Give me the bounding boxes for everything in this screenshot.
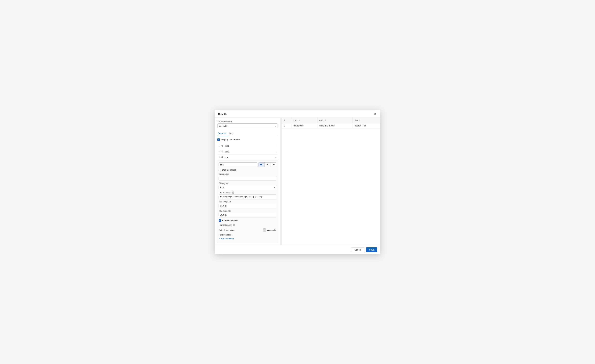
viz-type-label: Visualization type xyxy=(217,120,278,122)
drag-handle-link: ⠿ xyxy=(218,156,220,159)
title-template-label: Title template xyxy=(219,210,276,212)
color-swatch-box xyxy=(263,228,266,232)
results-modal: Results × Visualization type xyxy=(215,110,380,254)
col1-chevron-icon: › xyxy=(276,145,276,147)
tab-columns[interactable]: Columns xyxy=(217,131,229,136)
cell-link[interactable]: search_link xyxy=(353,123,380,129)
url-template-input[interactable] xyxy=(219,194,276,199)
url-template-label: URL template xyxy=(219,192,231,194)
link-name-input[interactable] xyxy=(219,162,257,167)
col-header-link-label: link xyxy=(355,119,358,122)
col1-type-icon xyxy=(221,144,224,148)
tab-grid[interactable]: Grid xyxy=(229,131,236,136)
svg-rect-20 xyxy=(260,164,263,164)
url-template-help-icon[interactable]: ? xyxy=(232,192,234,194)
use-for-search-row: Use for search xyxy=(219,169,276,171)
col-header-col2[interactable]: col2 ⇅ xyxy=(317,118,353,123)
display-as-select-wrapper: Link Plain Image ▾ xyxy=(219,185,276,190)
color-swatch-label: Automatic xyxy=(267,229,276,231)
use-for-search-label: Use for search xyxy=(222,169,236,171)
save-button[interactable]: Save xyxy=(366,247,377,252)
align-buttons xyxy=(258,162,276,167)
display-row-number-label: Display row number xyxy=(221,138,241,141)
display-as-select[interactable]: Link Plain Image xyxy=(219,185,276,190)
display-as-row: Display as: Link Plain Image ▾ xyxy=(219,182,276,190)
title-template-row: Title template xyxy=(219,210,276,217)
col2-chevron-icon: › xyxy=(276,151,276,153)
col2-sort-icon: ⇅ xyxy=(324,119,326,121)
svg-rect-22 xyxy=(260,165,262,165)
col1-name: col1 xyxy=(225,145,276,147)
col-header-col2-label: col2 xyxy=(319,119,324,122)
col-header-rownum-label: # xyxy=(284,119,285,122)
drag-handle-col2: ⠿ xyxy=(218,151,220,153)
font-conditions-label: Font conditions: xyxy=(219,234,276,236)
open-in-new-tab-label: Open in new tab xyxy=(222,219,238,222)
svg-point-10 xyxy=(221,151,222,152)
link-name: link xyxy=(225,156,275,159)
cell-col1: databricks xyxy=(291,123,317,129)
default-font-color-label: Default font color: xyxy=(219,229,235,231)
url-template-label-row: URL template ? xyxy=(219,192,276,194)
title-template-input[interactable] xyxy=(219,213,276,217)
svg-point-15 xyxy=(221,157,222,158)
display-row-number-checkbox[interactable] xyxy=(217,138,220,141)
left-panel-scroll: Visualization type Table xyxy=(215,118,280,245)
svg-line-13 xyxy=(222,151,223,151)
format-specs-row: Format specs ? xyxy=(219,224,276,226)
add-condition-label: + Add condition xyxy=(219,237,234,240)
svg-rect-26 xyxy=(272,164,275,164)
right-panel: # col1 ⇅ col2 ⇅ xyxy=(282,118,380,245)
align-center-button[interactable] xyxy=(265,163,270,167)
col1-sort-icon: ⇅ xyxy=(298,119,300,121)
svg-line-19 xyxy=(222,157,223,158)
col-header-col1-label: col1 xyxy=(293,119,298,122)
svg-rect-25 xyxy=(266,165,269,165)
open-in-new-tab-row: Open in new tab xyxy=(219,219,276,222)
column-item-col1[interactable]: ⠿ col1 › xyxy=(217,143,278,149)
cell-rownum: 1 xyxy=(282,123,291,129)
column-item-col2[interactable]: ⠿ col2 › xyxy=(217,149,278,155)
align-left-button[interactable] xyxy=(259,163,265,167)
open-in-new-tab-checkbox[interactable] xyxy=(219,219,221,222)
svg-line-18 xyxy=(222,157,223,157)
svg-point-5 xyxy=(221,145,222,146)
link-name-row xyxy=(219,162,276,167)
col-header-link[interactable]: link ⇅ xyxy=(353,118,380,123)
tabs-row: Columns Grid xyxy=(217,131,278,136)
link-expanded-settings: Use for search Description Display as: L… xyxy=(217,160,278,242)
display-as-label: Display as: xyxy=(219,182,276,185)
description-label: Description xyxy=(219,173,276,175)
text-template-label: Text template xyxy=(219,200,276,203)
color-swatch[interactable]: Automatic xyxy=(263,228,276,232)
col-header-col1[interactable]: col1 ⇅ xyxy=(291,118,317,123)
use-for-search-checkbox[interactable] xyxy=(219,169,221,171)
cancel-button[interactable]: Cancel xyxy=(351,247,364,252)
svg-rect-23 xyxy=(266,164,269,164)
result-table: # col1 ⇅ col2 ⇅ xyxy=(282,118,380,129)
align-right-button[interactable] xyxy=(270,163,276,167)
svg-rect-24 xyxy=(267,164,268,165)
default-font-color-row: Default font color: Automatic xyxy=(219,228,276,232)
modal-title: Results xyxy=(218,113,227,116)
text-template-input[interactable] xyxy=(219,204,276,208)
svg-rect-21 xyxy=(260,164,262,165)
left-panel: Visualization type Table xyxy=(215,118,281,245)
add-condition-button[interactable]: + Add condition xyxy=(219,237,234,240)
col-header-rownum: # xyxy=(282,118,291,123)
link-chevron-icon: ∨ xyxy=(275,156,276,159)
url-template-row: URL template ? xyxy=(219,192,276,199)
column-item-link[interactable]: ⠿ link ∨ xyxy=(217,155,278,160)
format-specs-help-icon[interactable]: ? xyxy=(233,224,235,226)
svg-rect-28 xyxy=(272,165,275,165)
table-row: 1 databricks delta live tables search_li… xyxy=(282,123,380,129)
link-sort-icon: ⇅ xyxy=(359,119,361,121)
drag-handle-col1: ⠿ xyxy=(218,145,220,147)
description-input[interactable] xyxy=(219,176,276,180)
link-type-icon xyxy=(221,156,224,159)
close-button[interactable]: × xyxy=(373,112,377,116)
viz-type-select[interactable]: Table xyxy=(217,124,278,128)
modal-header: Results × xyxy=(215,110,380,118)
format-specs-label: Format specs xyxy=(219,224,232,226)
col2-type-icon xyxy=(221,150,224,153)
